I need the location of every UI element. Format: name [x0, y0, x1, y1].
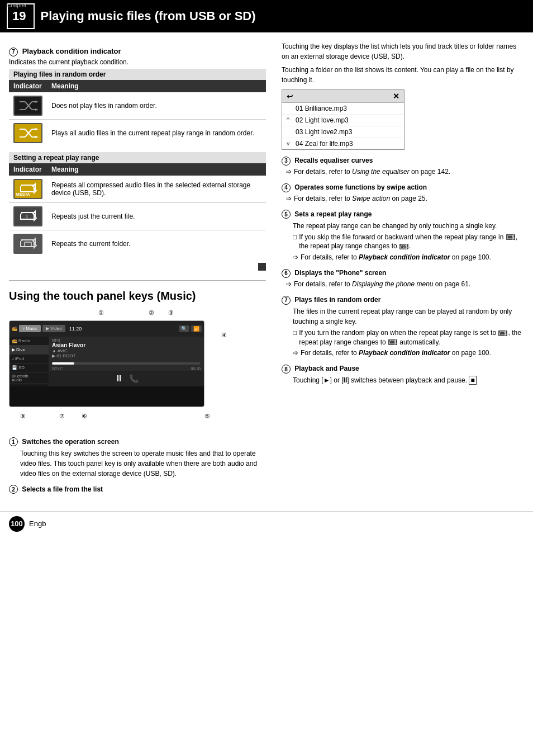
numbered-item-7: 7 Plays files in random order The files …	[282, 295, 524, 358]
item5-bullet1: □ If you skip the file forward or backwa…	[293, 233, 524, 252]
item4-bullet: ➩ For details, refer to Swipe action on …	[286, 194, 524, 204]
circle-8: 8	[282, 365, 291, 374]
playback-condition-section: 7 Playback condition indicator Indicates…	[9, 47, 266, 272]
device-tab-music: ♪ Music	[19, 325, 41, 332]
device-main: MP3 Asian Flavor ▲ AVIC ▶ 01 ROOT	[49, 337, 204, 386]
item7-intro: The files in the current repeat play ran…	[293, 306, 524, 327]
item7-bullet1: □ If you turn the random play on when th…	[293, 328, 524, 347]
list-item[interactable]: 01 Brilliance.mp3	[282, 103, 404, 115]
numbered-item-6: 6 Displays the "Phone" screen ➩ For deta…	[282, 268, 524, 289]
item7-title: 7 Plays files in random order	[282, 295, 524, 305]
device-mockup: 📻 ♪ Music ▶ Video 11:20 🔍 📶	[9, 320, 204, 407]
list-item[interactable]: ^ 02 Light love.mp3	[282, 115, 404, 126]
indicator-cell-repeat-file: 1	[9, 202, 47, 230]
list-item-text: 03 Light love2.mp3	[296, 128, 352, 136]
item5-title: 5 Sets a repeat play range	[282, 209, 524, 219]
arrow-icon: ➩	[286, 280, 292, 289]
shuffle-on-icon	[13, 123, 42, 143]
item6-title: 6 Displays the "Phone" screen	[282, 268, 524, 278]
sidebar-ipod: ♪ iPod	[9, 355, 49, 363]
device-format-label: MP3	[52, 338, 201, 342]
indicator-cell-shuffle-on	[9, 119, 47, 147]
item7-bullet1-text: If you turn the random play on when the …	[299, 328, 524, 347]
item1-text: Touching this key switches the screen to…	[20, 448, 266, 479]
device-signal-icon: 📶	[191, 325, 202, 332]
item6-bullet: ➩ For details, refer to Displaying the p…	[286, 280, 524, 289]
list-item[interactable]: v 04 Zeal for life.mp3	[282, 138, 404, 149]
page-header: 19 Playing music files (from USB or SD)	[0, 0, 533, 32]
callout-row-bottom: ⑧ ⑦ ⑥ ⑤	[9, 413, 216, 420]
numbered-item-1: 1 Switches the operation screen Touching…	[9, 437, 266, 479]
device-sidebar: 📻 Radio ▶ Divx ♪ iPod 💾 SD	[9, 337, 49, 386]
random-order-title: Playing files in random order	[9, 69, 266, 80]
list-item-arrow: v	[287, 140, 290, 147]
meaning-repeat-file: Repeats just the current file.	[47, 202, 266, 230]
table-row: Repeats the current folder.	[9, 230, 266, 257]
item7-bullet2: ➩ For details, refer to Playback conditi…	[293, 348, 524, 358]
page-title: Playing music files (from USB or SD)	[40, 9, 526, 23]
numbered-item-2: 2 Selects a file from the list	[9, 484, 266, 494]
col-indicator-2: Indicator	[9, 163, 47, 176]
repeat-folder-svg	[17, 237, 39, 251]
page-number-badge: 100	[9, 516, 25, 532]
arrow-icon: ➩	[293, 253, 298, 262]
meaning-shuffle-off: Does not play files in random order.	[47, 92, 266, 120]
svg-text:1: 1	[26, 214, 28, 219]
numbered-item-4: 4 Operates some functions by swipe actio…	[282, 182, 524, 204]
list-item-text: 04 Zeal for life.mp3	[296, 140, 353, 148]
item3-bullet-text: For details, refer to Using the equalise…	[294, 167, 450, 177]
circle-4: 4	[282, 183, 291, 192]
item8-text: Touching [►] or [II] switches between pl…	[293, 375, 524, 385]
shuffle-on-svg	[17, 126, 39, 140]
device-search-icon[interactable]: 🔍	[179, 325, 189, 332]
table-row: Plays all audio files in the current rep…	[9, 119, 266, 147]
pause-button[interactable]: ⏸	[115, 374, 123, 384]
page-footer: 100 Engb	[0, 511, 533, 536]
close-icon[interactable]: ✕	[393, 92, 399, 101]
content-wrapper: 7 Playback condition indicator Indicates…	[0, 41, 533, 500]
arrow-icon: ➩	[286, 167, 292, 177]
circle-7b: 7	[282, 296, 291, 305]
language-label: Engb	[29, 519, 46, 528]
device-bottom-bar: ⏸ 📞	[49, 371, 204, 386]
indicator-cell-shuffle-off	[9, 92, 47, 120]
svg-rect-17	[25, 242, 31, 247]
repeat-range-title: Setting a repeat play range	[9, 152, 266, 163]
item5-bullet1-text: If you skip the file forward or backward…	[299, 233, 524, 252]
random-order-block: Playing files in random order Indicator …	[9, 69, 266, 147]
file-list-text1: Touching the key displays the list which…	[282, 41, 524, 62]
sidebar-sd: 💾 SD	[9, 363, 49, 372]
meaning-repeat-media: Repeats all compressed audio files in th…	[47, 176, 266, 203]
item6-bullet-text: For details, refer to Displaying the pho…	[294, 280, 470, 289]
item3-title: 3 Recalls equaliser curves	[282, 155, 524, 166]
device-tab-video: ▶ Video	[42, 325, 65, 332]
col-meaning-2: Meaning	[47, 163, 266, 176]
device-progress-fill	[52, 362, 74, 365]
device-top-bar: 📻 ♪ Music ▶ Video 11:20 🔍 📶	[9, 321, 204, 337]
callout-3: ③	[168, 309, 174, 316]
media-label: MEDIA	[16, 192, 30, 197]
item3-bullet: ➩ For details, refer to Using the equali…	[286, 167, 524, 177]
item4-bullet-text: For details, refer to Swipe action on pa…	[294, 194, 427, 204]
item7-bullet2-text: For details, refer to Playback condition…	[301, 348, 491, 358]
repeat-range-block: Setting a repeat play range Indicator Me…	[9, 152, 266, 272]
list-item[interactable]: 03 Light love2.mp3	[282, 126, 404, 138]
svg-marker-15	[35, 136, 39, 138]
circle-7: 7	[9, 48, 18, 56]
shuffle-off-icon	[13, 96, 42, 116]
callout-6: ⑥	[82, 413, 87, 420]
chapter-label: Chapter	[7, 2, 27, 8]
circle-3: 3	[282, 157, 291, 166]
svg-text:1: 1	[403, 245, 405, 248]
device-sub1: ▲ AVIC	[52, 348, 201, 353]
back-arrow-icon[interactable]: ↩	[287, 92, 293, 101]
file-list-popup: ↩ ✕ 01 Brilliance.mp3 ^ 02 Light love.mp…	[282, 89, 404, 150]
phone-button[interactable]: 📞	[129, 374, 139, 383]
device-sub2: ▶ 01 ROOT	[52, 353, 201, 358]
numbered-item-3: 3 Recalls equaliser curves ➩ For details…	[282, 155, 524, 177]
sidebar-bluetooth: BluetoothAudio	[9, 372, 49, 384]
device-body: 📻 Radio ▶ Divx ♪ iPod 💾 SD	[9, 337, 204, 386]
left-column: 7 Playback condition indicator Indicates…	[9, 41, 277, 500]
time-elapsed: 00'11"	[52, 367, 63, 371]
shuffle-off-svg	[17, 98, 39, 113]
